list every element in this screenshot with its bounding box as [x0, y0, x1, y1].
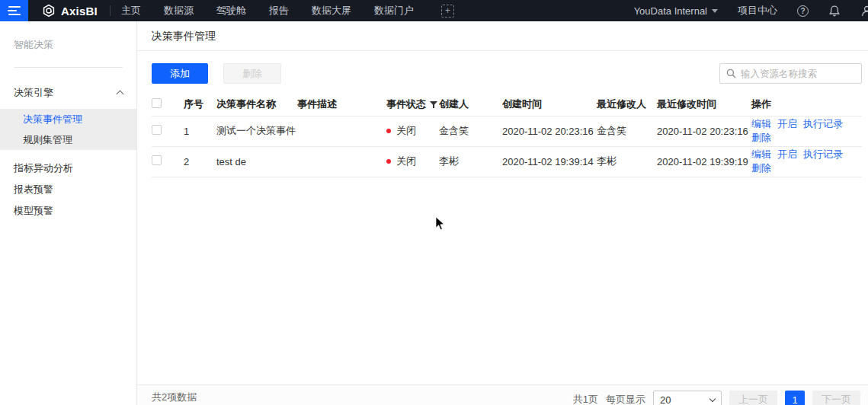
nav-data-sources[interactable]: 数据源 [164, 4, 194, 18]
status-dot-icon [386, 159, 391, 164]
sidebar-item-decision-event-management[interactable]: 决策事件管理 [0, 109, 136, 129]
workspace-name: YouData Internal [634, 5, 707, 17]
nav-data-portal[interactable]: 数据门户 [374, 4, 414, 18]
content-area: 添加 删除 序号 决策事件名称 [137, 63, 868, 177]
col-header-description: 事件描述 [297, 93, 386, 116]
sidebar-item-ruleset-management[interactable]: 规则集管理 [0, 129, 136, 150]
cell-description [297, 116, 386, 146]
cell-created-at: 2020-11-02 20:23:16 [502, 116, 597, 146]
cell-created-at: 2020-11-02 19:39:14 [502, 146, 597, 177]
col-header-creator: 创建人 [439, 93, 502, 116]
hamburger-icon [8, 6, 21, 8]
cell-description [297, 146, 386, 177]
axisbi-logo-icon [42, 4, 56, 18]
sidebar-submenu: 决策事件管理 规则集管理 [0, 109, 136, 150]
sidebar-section-title: 智能决策 [0, 21, 136, 52]
delete-link[interactable]: 删除 [751, 132, 771, 143]
select-all-checkbox[interactable] [152, 98, 162, 108]
chevron-down-icon [709, 395, 716, 401]
notification-bell-icon[interactable] [828, 5, 841, 18]
top-navigation-bar: AxisBI 主页 数据源 驾驶舱 报告 数据大屏 数据门户 + YouData… [0, 0, 868, 21]
decision-events-table: 序号 决策事件名称 事件描述 事件状态 创建人 创建时间 最近修改人 最近修改时… [152, 93, 862, 177]
row-checkbox[interactable] [152, 125, 162, 135]
brand-logo[interactable]: AxisBI [42, 4, 98, 18]
cell-operations: 编辑开启执行记录删除 [751, 116, 862, 146]
add-module-icon[interactable]: + [441, 5, 454, 18]
cell-creator: 金含笑 [439, 116, 502, 146]
search-icon [726, 69, 736, 78]
col-header-name: 决策事件名称 [216, 93, 297, 116]
project-center-link[interactable]: 项目中心 [738, 4, 777, 18]
edit-link[interactable]: 编辑 [751, 148, 771, 160]
help-icon[interactable]: ? [797, 5, 809, 17]
workspace-selector[interactable]: YouData Internal [634, 5, 718, 17]
cell-index: 2 [184, 146, 216, 177]
brand-name: AxisBI [61, 5, 98, 18]
sidebar-group-decision-engine[interactable]: 决策引擎 [0, 68, 136, 109]
add-button[interactable]: 添加 [152, 63, 208, 84]
nav-home[interactable]: 主页 [121, 4, 141, 18]
status-dot-icon [386, 129, 391, 133]
col-header-created-at: 创建时间 [502, 93, 597, 116]
main-content: 决策事件管理 添加 删除 [137, 21, 868, 405]
per-page-select[interactable]: 20 [653, 391, 722, 405]
cell-status: 关闭 [386, 146, 439, 177]
topbar-divider [110, 5, 111, 16]
cell-modifier: 金含笑 [597, 116, 657, 146]
sidebar-group-label: 决策引擎 [14, 86, 53, 100]
cell-modified-at: 2020-11-02 20:23:16 [657, 116, 751, 146]
per-page-value: 20 [660, 394, 671, 405]
cell-modified-at: 2020-11-02 19:39:19 [657, 146, 751, 177]
col-header-modified-at: 最近修改时间 [657, 93, 751, 116]
prev-page-button[interactable]: 上一页 [729, 391, 777, 405]
search-input[interactable] [741, 69, 855, 79]
cell-creator: 李彬 [439, 146, 502, 177]
pagination: 共1页 每页显示 20 上一页 1 下一页 [573, 391, 860, 405]
topbar-right-group: YouData Internal 项目中心 ? [634, 4, 868, 18]
col-header-operations: 操作 [751, 93, 862, 116]
sidebar-item-metric-anomaly-analysis[interactable]: 指标异动分析 [0, 150, 136, 171]
col-header-modifier: 最近修改人 [597, 93, 657, 116]
cell-name: 测试一个决策事件 [216, 116, 297, 146]
col-header-index: 序号 [184, 93, 216, 116]
nav-reports[interactable]: 报告 [269, 4, 289, 18]
cell-status: 关闭 [386, 116, 439, 146]
cell-modifier: 李彬 [597, 146, 657, 177]
execution-records-link[interactable]: 执行记录 [803, 118, 843, 129]
page-title: 决策事件管理 [137, 21, 868, 51]
delete-button[interactable]: 删除 [223, 63, 281, 84]
current-page-button[interactable]: 1 [785, 391, 805, 405]
total-items-text: 共2项数据 [152, 391, 197, 404]
execution-records-link[interactable]: 执行记录 [803, 148, 843, 160]
topbar-nav: 主页 数据源 驾驶舱 报告 数据大屏 数据门户 + [121, 4, 454, 18]
delete-link[interactable]: 删除 [751, 162, 771, 174]
nav-data-screen[interactable]: 数据大屏 [312, 4, 351, 18]
hamburger-menu-button[interactable] [0, 0, 28, 21]
table-row: 1 测试一个决策事件 关闭 金含笑 2020-11-02 20:23:16 金含… [152, 116, 862, 146]
cell-operations: 编辑开启执行记录删除 [751, 146, 862, 177]
row-checkbox[interactable] [152, 155, 162, 165]
edit-link[interactable]: 编辑 [751, 118, 771, 129]
cell-index: 1 [184, 116, 216, 146]
total-pages-text: 共1页 [573, 393, 598, 405]
enable-link[interactable]: 开启 [777, 118, 797, 129]
sidebar: 智能决策 决策引擎 决策事件管理 规则集管理 指标异动分析 报表预警 模型预警 [0, 21, 137, 405]
per-page-label: 每页显示 [606, 393, 645, 405]
next-page-button[interactable]: 下一页 [812, 391, 860, 405]
app-window: AxisBI 主页 数据源 驾驶舱 报告 数据大屏 数据门户 + YouData… [0, 0, 868, 405]
table-header-row: 序号 决策事件名称 事件描述 事件状态 创建人 创建时间 最近修改人 最近修改时… [152, 93, 862, 116]
search-box[interactable] [719, 63, 862, 84]
user-avatar-icon[interactable] [860, 5, 868, 18]
filter-funnel-icon[interactable] [430, 99, 437, 110]
chevron-up-icon [117, 91, 124, 98]
toolbar: 添加 删除 [152, 63, 862, 84]
table-row: 2 test de 关闭 李彬 2020-11-02 19:39:14 李彬 2… [152, 146, 862, 177]
enable-link[interactable]: 开启 [777, 148, 797, 160]
table-footer: 共2项数据 共1页 每页显示 20 上一页 1 下一页 [137, 384, 868, 405]
caret-down-icon [712, 9, 718, 13]
cell-name: test de [216, 146, 297, 177]
col-header-status: 事件状态 [386, 93, 439, 116]
nav-cockpit[interactable]: 驾驶舱 [216, 4, 246, 18]
